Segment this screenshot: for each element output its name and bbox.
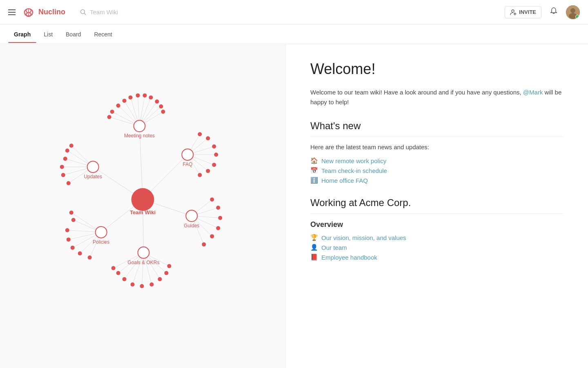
welcome-intro-text: Welcome to our team wiki! Have a look ar… [310,89,521,96]
list-item: 🏆 Our vision, mission, and values [310,234,564,241]
svg-point-89 [131,283,135,287]
tab-board[interactable]: Board [60,26,87,43]
bell-icon-svg [550,7,558,15]
logo[interactable]: Nuclino [22,6,65,19]
svg-point-72 [110,110,114,114]
svg-point-100 [78,251,82,256]
list-item: ℹ️ Home office FAQ [310,177,564,184]
guides-label: Guides [184,223,199,229]
tab-recent[interactable]: Recent [88,26,118,43]
svg-point-108 [69,144,74,148]
menu-icon[interactable] [8,9,16,15]
svg-point-5 [512,10,514,12]
icon-home: 🏠 [310,157,318,164]
svg-point-64 [122,99,127,103]
employee-handbook-link[interactable]: Employee handbook [321,254,377,261]
tab-bar: Graph List Board Recent [0,25,588,44]
tab-graph[interactable]: Graph [8,26,36,43]
faq-node[interactable] [182,149,193,160]
svg-point-88 [122,277,127,281]
list-item: 📅 Team check-in schedule [310,167,564,174]
svg-point-63 [116,103,120,108]
svg-point-71 [161,110,165,114]
list-item: 📕 Employee handbook [310,254,564,261]
svg-point-83 [218,216,222,220]
new-remote-work-policy-link[interactable]: New remote work policy [321,157,386,164]
svg-point-95 [111,266,116,270]
goals-okrs-label: Goals & OKRs [128,260,160,265]
svg-point-104 [60,165,64,169]
main-layout: Team Wiki Meeting notes FAQ Guides Goals… [0,44,588,368]
brain-icon [22,6,35,19]
invite-button[interactable]: INVITE [505,6,541,18]
overview-list: 🏆 Our vision, mission, and values 👤 Our … [310,234,564,261]
overview-subtitle: Overview [310,220,564,229]
svg-point-78 [212,163,216,167]
welcome-intro: Welcome to our team wiki! Have a look ar… [310,88,564,107]
icon-info: ℹ️ [310,177,318,184]
meeting-notes-node[interactable] [134,120,145,132]
search-placeholder: Team Wiki [90,9,118,16]
notifications-button[interactable] [550,7,558,17]
icon-book: 📕 [310,254,318,261]
list-item: 🏠 New remote work policy [310,157,564,164]
logo-text: Nuclino [38,8,65,16]
welcome-title: Welcome! [310,61,564,78]
svg-point-106 [67,181,71,185]
svg-point-85 [210,234,214,238]
guides-node[interactable] [186,210,197,222]
svg-point-90 [140,284,144,288]
updates-label: Updates [84,174,102,180]
svg-point-81 [210,197,214,202]
search-bar[interactable]: Team Wiki [80,9,118,16]
home-office-faq-link[interactable]: Home office FAQ [321,177,368,184]
vision-mission-link[interactable]: Our vision, mission, and values [321,234,406,241]
svg-point-82 [216,206,220,210]
meeting-notes-label: Meeting notes [124,133,155,139]
svg-point-86 [202,242,206,247]
our-team-link[interactable]: Our team [321,244,347,251]
svg-point-73 [107,115,111,119]
tab-list[interactable]: List [38,26,58,43]
svg-point-107 [65,148,69,153]
policies-node[interactable] [96,227,107,238]
mention-link[interactable]: @Mark [523,89,543,96]
svg-point-98 [67,238,71,242]
goals-okrs-node[interactable] [138,247,149,258]
svg-point-84 [216,226,220,230]
header-right: INVITE [505,5,580,19]
app-header: Nuclino Team Wiki INVITE [0,0,588,25]
svg-point-103 [63,157,67,161]
avatar-image [566,5,580,19]
faq-label: FAQ [183,162,192,167]
whats-new-list: 🏠 New remote work policy 📅 Team check-in… [310,157,564,184]
svg-point-68 [149,95,153,99]
svg-point-75 [206,136,210,140]
graph-svg[interactable]: Team Wiki Meeting notes FAQ Guides Goals… [0,44,285,368]
header-left: Nuclino Team Wiki [8,6,118,19]
icon-person: 👤 [310,244,318,251]
svg-point-96 [71,218,76,222]
avatar[interactable] [566,5,580,19]
svg-point-74 [198,132,202,136]
section-divider-2 [310,213,564,214]
svg-point-91 [149,283,154,287]
svg-point-102 [69,211,74,215]
svg-point-101 [88,256,92,260]
team-checkin-link[interactable]: Team check-in schedule [321,167,387,174]
svg-point-65 [129,95,133,99]
center-node[interactable] [131,188,154,211]
svg-point-99 [71,246,75,250]
updates-node[interactable] [87,161,99,173]
add-person-icon [510,9,517,16]
svg-point-69 [155,99,159,103]
svg-point-9 [570,8,575,13]
icon-calendar: 📅 [310,167,318,174]
svg-point-93 [164,271,168,275]
svg-point-67 [143,93,147,97]
svg-point-92 [158,277,162,281]
svg-point-66 [136,93,140,97]
svg-point-77 [214,153,218,157]
graph-panel: Team Wiki Meeting notes FAQ Guides Goals… [0,44,286,368]
search-icon [80,9,87,16]
